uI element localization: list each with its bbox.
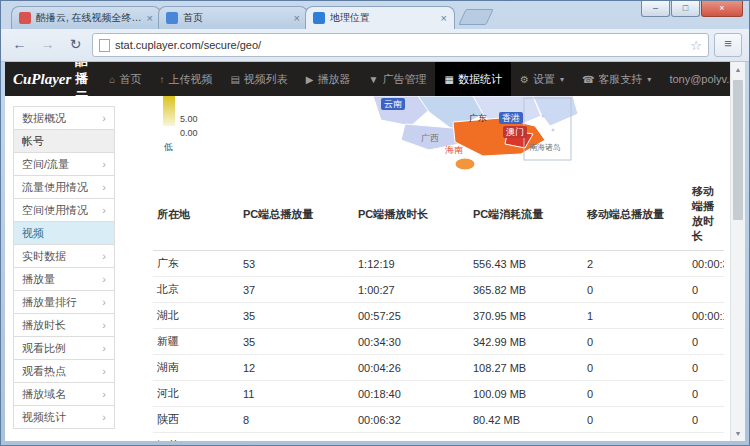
- brand-cn: 酷播云: [75, 62, 88, 106]
- navbar-item-label: 视频列表: [244, 72, 288, 87]
- sidebar-item[interactable]: 空间/流量›: [13, 152, 115, 176]
- table-row: 湖南1200:04:26108.27 MB00: [153, 355, 724, 381]
- table-cell: 87.75 MB: [469, 433, 583, 442]
- table-cell: 35: [239, 303, 354, 329]
- navbar-item[interactable]: ⌂首页: [100, 62, 150, 96]
- table-cell: 1: [583, 303, 688, 329]
- sidebar-item-label: 视频统计: [22, 406, 66, 428]
- chevron-right-icon: ›: [102, 176, 106, 198]
- table-cell: 12: [239, 355, 354, 381]
- navbar-menu: ⌂首页↑上传视频▤视频列表▶播放器▼广告管理▦数据统计: [100, 62, 511, 96]
- table-cell: 00:18:40: [354, 381, 469, 407]
- table-body: 广东531:12:19556.43 MB200:00:32北京371:00:27…: [153, 251, 724, 442]
- scroll-up-arrow[interactable]: ▲: [731, 62, 745, 77]
- sidebar-item-label: 播放量排行: [22, 291, 77, 313]
- minimize-button[interactable]: –: [641, 1, 670, 17]
- window-controls: – □ ×: [640, 1, 743, 17]
- sidebar-item[interactable]: 观看热点›: [13, 359, 115, 383]
- tab-close-icon[interactable]: ×: [294, 13, 300, 24]
- table-cell: 00:57:25: [354, 303, 469, 329]
- chevron-right-icon: ›: [102, 107, 106, 129]
- tab-title: 酷播云, 在线视频全终端...: [36, 11, 143, 25]
- navbar-item-label: 设置: [533, 72, 555, 87]
- sidebar-item-label: 观看热点: [22, 360, 66, 382]
- table-cell: 湖南: [153, 355, 239, 381]
- table-cell: 0: [583, 355, 688, 381]
- table-cell: 0: [583, 381, 688, 407]
- reload-button[interactable]: ↻: [64, 34, 87, 57]
- sidebar-item[interactable]: 播放量排行›: [13, 290, 115, 314]
- map-label-nanhai[interactable]: 南海诸岛: [529, 142, 561, 154]
- sidebar-item[interactable]: 观看比例›: [13, 336, 115, 360]
- table-cell: 556.43 MB: [469, 251, 583, 277]
- sidebar-section-header: 视频: [13, 221, 115, 245]
- maximize-button[interactable]: □: [671, 1, 700, 17]
- navbar-item[interactable]: ▶播放器: [297, 62, 360, 96]
- brand-en: CuPlayer: [13, 71, 71, 88]
- scroll-down-arrow[interactable]: ▼: [731, 426, 745, 441]
- table-cell: 河北: [153, 381, 239, 407]
- table-cell: 370.95 MB: [469, 303, 583, 329]
- ad-manage-icon: ▼: [369, 74, 379, 85]
- province-shape-hainan[interactable]: [455, 158, 475, 170]
- sidebar-item[interactable]: 播放域名›: [13, 382, 115, 406]
- sidebar-item[interactable]: 视频统计›: [13, 405, 115, 429]
- map-label-guangdong[interactable]: 广东: [469, 112, 487, 124]
- navbar-item-label: 广告管理: [382, 72, 426, 87]
- table-cell: 江苏: [153, 433, 239, 442]
- browser-tab[interactable]: 酷播云, 在线视频全终端...×: [11, 6, 161, 29]
- navbar-item[interactable]: ▤视频列表: [221, 62, 296, 96]
- navbar-right-item[interactable]: ⚙设置▾: [511, 62, 573, 96]
- forward-button[interactable]: →: [36, 34, 59, 57]
- navbar-item-label: 播放器: [318, 72, 351, 87]
- map-label-hainan[interactable]: 海南: [445, 144, 463, 156]
- new-tab-button[interactable]: [458, 9, 493, 25]
- sidebar-item-label: 帐号: [22, 130, 44, 152]
- chrome-menu-button[interactable]: ≡: [714, 33, 742, 57]
- sidebar-item[interactable]: 空间使用情况›: [13, 198, 115, 222]
- island-dot: [552, 129, 555, 132]
- table-cell: 0: [583, 329, 688, 355]
- url-text[interactable]: stat.cuplayer.com/secure/geo/: [115, 39, 685, 51]
- island-dot: [542, 115, 545, 118]
- scrollbar-thumb[interactable]: [733, 80, 743, 220]
- vertical-scrollbar[interactable]: ▲ ▼: [730, 62, 745, 441]
- chevron-right-icon: ›: [102, 360, 106, 382]
- address-bar[interactable]: stat.cuplayer.com/secure/geo/ ☆: [92, 33, 709, 57]
- brand-logo[interactable]: CuPlayer 酷播云: [5, 62, 100, 96]
- table-cell: 湖北: [153, 303, 239, 329]
- browser-tab[interactable]: 地理位置×: [305, 6, 455, 29]
- navbar-right-item[interactable]: ☎客服支持▾: [573, 62, 660, 96]
- sidebar-item[interactable]: 播放量›: [13, 267, 115, 291]
- sidebar-item[interactable]: 流量使用情况›: [13, 175, 115, 199]
- navbar-item[interactable]: ↑上传视频: [150, 62, 221, 96]
- back-button[interactable]: ←: [8, 34, 31, 57]
- map-label-hongkong[interactable]: 香港: [499, 112, 523, 124]
- table-cell: 108.27 MB: [469, 355, 583, 381]
- tab-close-icon[interactable]: ×: [441, 13, 447, 24]
- table-cell: 00:04:26: [354, 355, 469, 381]
- browser-tab[interactable]: 首页×: [158, 6, 308, 29]
- sidebar-item[interactable]: 数据概况›: [13, 106, 115, 130]
- map-label-yunnan[interactable]: 云南: [381, 98, 405, 110]
- tab-strip: 酷播云, 在线视频全终端...×首页×地理位置×: [11, 6, 490, 29]
- map-label-macau[interactable]: 澳门: [503, 126, 527, 138]
- map-label-guangxi[interactable]: 广西: [421, 132, 439, 144]
- sidebar-item[interactable]: 实时数据›: [13, 244, 115, 268]
- navbar-right-item[interactable]: tony@polyv.net▾: [660, 62, 730, 96]
- table-cell: 2: [583, 251, 688, 277]
- legend-min: 0.00: [180, 128, 198, 138]
- browser-window: 酷播云, 在线视频全终端...×首页×地理位置× – □ × ← → ↻ sta…: [0, 0, 750, 446]
- sidebar-item-label: 数据概况: [22, 107, 66, 129]
- navbar-item[interactable]: ▼广告管理: [360, 62, 436, 96]
- table-cell: 53: [239, 251, 354, 277]
- navbar-item[interactable]: ▦数据统计: [435, 62, 510, 96]
- close-button[interactable]: ×: [701, 1, 743, 17]
- sidebar-item[interactable]: 播放时长›: [13, 313, 115, 337]
- web-page: CuPlayer 酷播云 ⌂首页↑上传视频▤视频列表▶播放器▼广告管理▦数据统计…: [5, 62, 730, 441]
- legend-gradient-bar: [163, 96, 175, 126]
- navbar-item-label: 上传视频: [168, 72, 212, 87]
- bookmark-star-icon[interactable]: ☆: [690, 38, 702, 53]
- tab-title: 地理位置: [330, 11, 437, 25]
- tab-close-icon[interactable]: ×: [147, 13, 153, 24]
